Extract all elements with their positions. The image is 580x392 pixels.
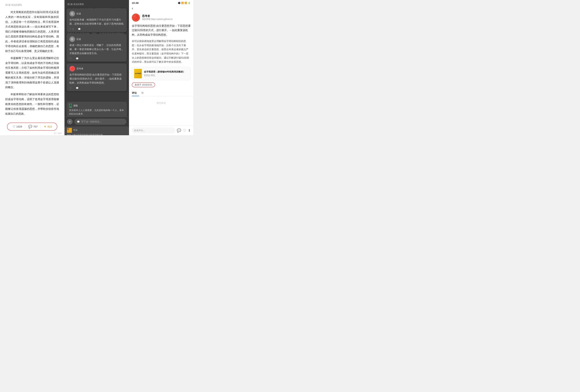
kele-avatar: 可 [67, 128, 72, 133]
card-1-body: 这句话很关键，给我指明了不光只是学习沟通方面，还有在生活处理琐事方面，提供了思考… [69, 18, 124, 26]
send-icon[interactable]: 💬 [177, 128, 181, 133]
publish-date-area: 发表于 2018/3/31 [129, 82, 193, 89]
share-count: 813 [47, 125, 52, 128]
card-1-header: 征 征途 [69, 11, 124, 16]
left-bottom-bar: ♡ 1626 💬 767 ✦ 813 [5, 118, 59, 135]
input-comment-icon: 💬 [77, 120, 80, 123]
signal-icon-2: 🔋 [188, 2, 190, 4]
card-1-like[interactable]: ♡ 1 [69, 28, 74, 30]
book-card[interactable]: 金字塔原理 金字塔原理（麦肯锡40年经典培训教材） 芭芭拉·明托 [132, 67, 190, 80]
no-comment-text: 暂无评论 [129, 96, 193, 110]
share-action-icon[interactable]: ⬆ [188, 128, 191, 133]
back-button[interactable]: ‹ [132, 6, 133, 11]
card-2-comment-icon: 💬 [76, 57, 79, 60]
card-1-comment-icon: 💬 [78, 28, 81, 30]
like-count: 1626 [16, 125, 22, 128]
card-1-heart-icon: ♡ [69, 28, 72, 30]
card-2-avatar: 征 [69, 36, 75, 42]
share-button[interactable]: ✦ 813 [44, 125, 52, 129]
right-panel: 10:48 ⚫ 📶 📶 🔋 ‹ 🔴 思考者 我的博客:https://syken… [129, 0, 193, 135]
card-3-comment-icon: 💬 [76, 87, 79, 89]
kele-body: 很多人难以提高写作能力和进话能力的 [67, 133, 126, 135]
card-2-heart-icon: ♡ [69, 57, 72, 60]
page-count: 17 / 414 [54, 132, 61, 134]
more-card-kele: 可 可乐 很多人难以提高写作能力和进话能力的 [64, 126, 129, 135]
like-action-icon[interactable]: ♡ [183, 128, 186, 133]
share-icon: ✦ [44, 125, 46, 129]
card-3-body: 金字塔结构组织思想:由主要思想开始→下层思想通过疑问/回答的方式，进行展开。→如… [69, 73, 124, 85]
left-para-1: 对文章阐述的思想作出疑问/回答式反应是人类的一种自然反应，没有国籍和民族的区别。… [5, 10, 59, 54]
book-title: 金字塔原理（麦肯锡40年经典培训教材） [144, 70, 185, 73]
card-3-avatar: 🔴 [69, 66, 75, 72]
heart-icon: ♡ [12, 125, 15, 129]
card-2-like[interactable]: ♡ [69, 57, 72, 60]
card-2-header: 征 征途 [69, 36, 124, 42]
card-3-header: 🔴 思考者 [69, 66, 124, 72]
card-1-like-count: 1 [72, 28, 74, 30]
publish-date: 发表于 2018/3/31 [132, 82, 155, 87]
author-row: 🔴 思考者 我的博客:https://sykent.github.io/ [129, 12, 193, 24]
left-para-2: 本篇解释了为什么受众最容易理解和记住金字塔结构，以及组成金字塔的子结构之间如何互… [5, 56, 59, 90]
book-info: 金字塔原理（麦肯锡40年经典培训教材） 芭芭拉·明托 [144, 70, 185, 77]
card-3-heart-icon: ♡ [69, 87, 72, 89]
tooltip-stack: 征 征途 这句话很关键，给我指明了不光只是学习沟通方面，还有在生活处理琐事方面，… [64, 7, 129, 93]
card-1-comment[interactable]: 💬 [78, 28, 81, 30]
left-content: 对文章阐述的思想作出疑问/回答式反应是人类的一种自然反应，没有国籍和民族的区别。… [5, 10, 59, 118]
kele-username: 可乐 [73, 129, 78, 132]
comment-input-bar: 发表评论... 💬 ♡ ⬆ [129, 126, 193, 135]
close-button[interactable]: × [67, 119, 73, 124]
comment-placeholder: 发表评论... [134, 129, 145, 132]
right-tabs: 评论 赞 [129, 89, 193, 96]
card-1-actions: ♡ 1 💬 [69, 28, 124, 30]
comment-count: 767 [33, 125, 38, 128]
card-3-like[interactable]: ♡ [69, 87, 72, 89]
right-nav: ‹ [129, 5, 193, 12]
card-3-comment[interactable]: 💬 [76, 87, 79, 89]
comment-icon: 💬 [28, 125, 32, 129]
tab-comment[interactable]: 评论 [132, 91, 139, 96]
status-icons: ⚫ 📶 📶 🔋 [178, 2, 190, 4]
card-3-actions: ♡ 💬 [69, 87, 124, 89]
author-avatar: 🔴 [132, 13, 140, 22]
extra-card-gongyi: 龚 龚毅 其实基本上人人都需要，尤其是职场的每一个人。基本的职业化素养。 [67, 102, 127, 118]
card-2-body: 表述一些让大家听进去，理解了，记住的东西很难，看一看是否能够让受众心头一震，引起… [69, 43, 124, 56]
card-1-username: 征途 [76, 12, 81, 15]
comment-button[interactable]: 💬 767 [28, 125, 38, 129]
input-placeholder: 写下这一刻的想法... [81, 120, 101, 123]
mid-input-bar: × 💬 写下这一刻的想法... [64, 117, 129, 126]
extra-card-avatar: 龚 [69, 104, 72, 107]
status-time: 10:48 [132, 1, 139, 4]
middle-panel: 第1篇 表达的逻辑 类的一种自然反应，没有国籍和民族的区别。人类还有一个共同的特… [64, 0, 129, 135]
tab-like[interactable]: 赞 [141, 91, 146, 96]
card-1-avatar: 征 [69, 11, 75, 16]
battery-icon: ⚫ [178, 2, 180, 4]
card-2-username: 征途 [76, 38, 81, 41]
status-bar: 10:48 ⚫ 📶 📶 🔋 [129, 0, 193, 5]
comment-input[interactable]: 发表评论... [132, 127, 175, 133]
card-3-username: 思考者 [76, 67, 83, 70]
extra-card-body: 其实基本上人人都需要，尤其是职场的每一个人。基本的职业化素养。 [69, 108, 124, 116]
extra-card-header: 龚 龚毅 [69, 104, 124, 107]
extra-card-username: 龚毅 [73, 104, 78, 107]
like-button[interactable]: ♡ 1626 [12, 125, 22, 129]
left-book-label: 第1篇 表达的逻辑 [5, 3, 59, 6]
card-2-comment[interactable]: 💬 [76, 57, 79, 60]
right-body-text: 你可以很容易地使受众理解用金字塔结构组织的思想：先从金字塔的最顶端开始，沿各个分… [129, 39, 193, 66]
author-info: 思考者 我的博客:https://sykent.github.io/ [142, 14, 173, 21]
left-para-3: 本篇将帮助你了解如何将要表达的思想组织成金字塔结构，说明了使用金字塔原理能够检查… [5, 92, 59, 116]
signal-icon: 📶 [184, 2, 187, 4]
close-icon: × [69, 120, 70, 123]
action-bar-highlighted: ♡ 1626 💬 767 ✦ 813 [7, 123, 57, 131]
right-main-text: 金字塔结构组织思想:由主要思想开始→下层思想通过疑问/回答的方式，进行展开。→如… [129, 24, 193, 39]
author-name: 思考者 [142, 14, 173, 18]
author-blog: 我的博客:https://sykent.github.io/ [142, 18, 173, 21]
left-panel: 第1篇 表达的逻辑 对文章阐述的思想作出疑问/回答式反应是人类的一种自然反应，没… [0, 0, 64, 135]
tooltip-card-2: 征 征途 表述一些让大家听进去，理解了，记住的东西很难，看一看是否能够让受众心头… [67, 34, 127, 62]
card-2-actions: ♡ 💬 [69, 57, 124, 60]
wifi-icon: 📶 [181, 2, 184, 4]
book-cover: 金字塔原理 [134, 69, 142, 78]
thought-input[interactable]: 💬 写下这一刻的想法... [74, 119, 126, 125]
tooltip-card-1: 征 征途 这句话很关键，给我指明了不光只是学习沟通方面，还有在生活处理琐事方面，… [67, 8, 127, 32]
tooltip-card-3: 🔴 思考者 金字塔结构组织思想:由主要思想开始→下层思想通过疑问/回答的方式，进… [67, 63, 127, 91]
book-author: 芭芭拉·明托 [144, 74, 185, 77]
